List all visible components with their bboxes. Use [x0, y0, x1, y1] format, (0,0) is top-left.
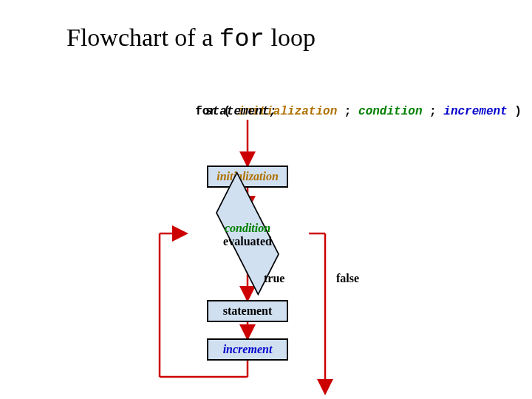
- false-label: false: [336, 272, 359, 285]
- statement-label: statement: [223, 304, 273, 318]
- title-suffix: loop: [265, 24, 316, 51]
- initialization-box: initialization: [207, 166, 288, 188]
- statement-box: statement: [207, 300, 288, 322]
- sep1: ;: [337, 105, 358, 118]
- initialization-label: initialization: [216, 170, 279, 183]
- syntax-condition: condition: [358, 105, 422, 118]
- increment-box: increment: [207, 338, 288, 361]
- condition-word: condition: [225, 222, 270, 234]
- increment-label: increment: [223, 343, 273, 356]
- page-title: Flowchart of a for loop: [66, 24, 316, 53]
- title-code: for: [219, 25, 265, 53]
- true-label: true: [264, 272, 284, 285]
- title-prefix: Flowchart of a: [66, 24, 219, 51]
- sep2: ;: [422, 105, 443, 118]
- syntax-increment: increment: [443, 105, 507, 118]
- condition-diamond-label: condition evaluated: [203, 222, 292, 249]
- close-paren: ): [508, 105, 522, 118]
- evaluated-word: evaluated: [223, 235, 272, 248]
- for-syntax-statement: statement;: [205, 105, 276, 118]
